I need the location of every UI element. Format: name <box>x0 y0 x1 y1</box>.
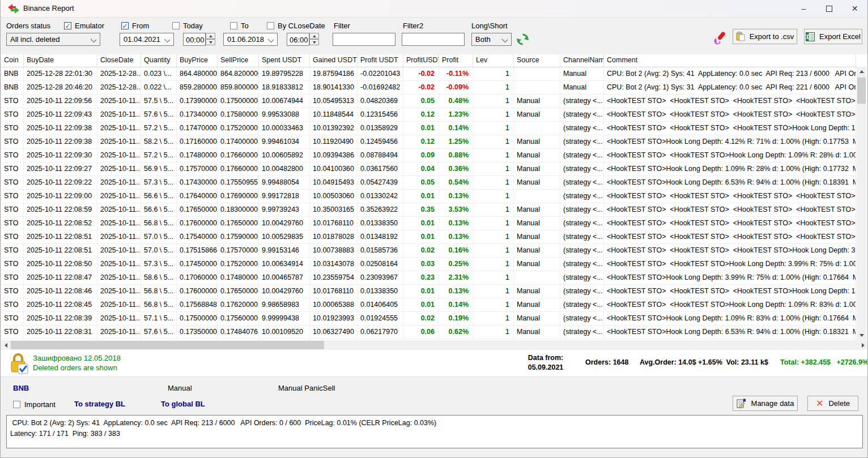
scroll-right-icon[interactable] <box>858 340 868 350</box>
important-checkbox[interactable] <box>13 401 20 408</box>
column-header[interactable]: Comment <box>604 54 856 67</box>
tools-icon[interactable] <box>713 30 729 46</box>
vertical-scroll-thumb[interactable] <box>857 78 866 104</box>
table-row[interactable]: BNB2025-12-28 22:01:302025-12-28...0.023… <box>1 67 856 81</box>
scroll-down-icon[interactable] <box>857 331 866 340</box>
column-header[interactable]: BuyPrice <box>177 54 218 67</box>
orders-count: Orders: 1648 <box>585 358 628 366</box>
cell-comment: <HookTEST STO> <HookTEST STO> <HookTEST … <box>604 203 856 216</box>
column-header[interactable]: Source <box>514 54 560 67</box>
table-row[interactable]: STO2025-10-11 22:09:302025-10-11...57.2 … <box>1 149 856 162</box>
column-header[interactable]: ChannelName <box>560 54 604 67</box>
maximize-button[interactable] <box>816 0 842 17</box>
from-time-input[interactable]: 00:00 <box>183 33 206 46</box>
refresh-icon[interactable] <box>517 33 529 45</box>
column-header[interactable]: Spent USDT <box>259 54 310 67</box>
table-row[interactable]: STO2025-10-11 22:08:472025-10-11...58.6 … <box>1 271 856 285</box>
cell-source: Manual <box>514 176 560 189</box>
horizontal-scroll-thumb[interactable] <box>11 341 324 349</box>
column-header[interactable]: SellPrice <box>218 54 259 67</box>
cell-channel: (strategy <... <box>560 285 604 298</box>
column-header[interactable]: Profit USDT <box>358 54 403 67</box>
cell-buyPrice: 0.17390000 <box>177 95 218 108</box>
column-header[interactable]: Coin <box>1 54 24 67</box>
spin-down-icon[interactable] <box>206 39 215 45</box>
cell-spent: 10.00674944 <box>259 95 310 108</box>
cell-quantity: 56.6 \ 5... <box>141 203 177 216</box>
column-header[interactable]: Quantity <box>141 54 177 67</box>
spin-down-icon[interactable] <box>309 39 319 45</box>
cell-sellPrice: 0.17560000 <box>218 312 259 325</box>
to-checkbox[interactable] <box>230 22 237 29</box>
table-row[interactable]: STO2025-10-11 22:09:272025-10-11...56.9 … <box>1 162 856 176</box>
csv-paste-icon <box>736 32 745 41</box>
cell-gained: 10.11920490 <box>310 135 358 148</box>
cell-channel: (strategy <... <box>560 258 604 271</box>
spin-up-icon[interactable] <box>309 33 319 39</box>
export-csv-button[interactable]: Export to .csv <box>733 29 797 44</box>
column-header[interactable]: Gained USDT <box>310 54 358 67</box>
cell-profitFull: 0.01924555 <box>358 312 403 325</box>
from-checkbox[interactable]: ✓ <box>121 22 129 29</box>
to-global-bl-link[interactable]: To global BL <box>161 400 205 408</box>
table-row[interactable]: STO2025-10-11 22:09:432025-10-11...57.6 … <box>1 108 856 122</box>
cell-profitPct: -0.09% <box>439 81 473 94</box>
by-closedate-checkbox[interactable] <box>267 22 274 29</box>
table-row[interactable]: STO2025-10-11 22:08:592025-10-11...56.6 … <box>1 203 856 217</box>
filter-input[interactable] <box>333 33 395 46</box>
cell-sellPrice: 0.17520000 <box>218 122 259 135</box>
filter2-input[interactable] <box>402 33 465 46</box>
cell-spent: 10.00482800 <box>259 162 310 176</box>
from-date-select[interactable]: 01.04.2021 <box>120 33 174 46</box>
table-row[interactable]: STO2025-10-11 22:08:502025-10-11...57.3 … <box>1 258 856 271</box>
table-row[interactable]: STO2025-10-11 22:08:512025-10-11...57.0 … <box>1 244 856 258</box>
column-header[interactable]: Profit <box>439 54 473 67</box>
to-date-select[interactable]: 01.06.2018 <box>223 33 278 46</box>
today-checkbox[interactable] <box>172 22 180 29</box>
table-row[interactable]: STO2025-10-11 22:08:512025-10-11...57.0 … <box>1 230 856 244</box>
column-header[interactable]: CloseDate <box>97 54 141 67</box>
cell-source <box>514 190 560 203</box>
table-row[interactable]: BNB2025-12-28 20:46:202025-12-28...0.022… <box>1 81 856 95</box>
table-row[interactable]: STO2025-10-11 22:09:222025-10-11...57.3 … <box>1 176 856 190</box>
column-header[interactable]: Lev <box>473 54 514 67</box>
cell-source: Manual <box>514 298 560 311</box>
cell-source: Manual <box>514 244 560 257</box>
status-log-box[interactable]: CPU: Bot 2 (Avg: 2) Sys: 41 AppLatency: … <box>6 415 863 448</box>
to-time-spinner[interactable] <box>309 33 319 46</box>
table-row[interactable]: STO2025-10-11 22:09:382025-10-11...58.2 … <box>1 135 856 149</box>
cell-profitFull: 0.02508164 <box>358 258 403 271</box>
cell-profitUsdt: 0.01 <box>403 298 439 311</box>
column-header[interactable]: ProfitUSDT <box>403 54 439 67</box>
table-row[interactable]: STO2025-10-11 22:09:002025-10-11...56.6 … <box>1 190 856 203</box>
table-row[interactable]: STO2025-10-11 22:08:392025-10-11...57.1 … <box>1 312 856 326</box>
chevron-down-icon <box>502 37 508 42</box>
emulator-checkbox[interactable]: ✓ <box>64 22 71 29</box>
table-row[interactable]: STO2025-10-11 22:09:382025-10-11...57.2 … <box>1 122 856 135</box>
column-header[interactable]: BuyDate <box>24 54 97 67</box>
manage-data-button[interactable]: Manage data <box>733 396 798 411</box>
cell-quantity: 58.6 \ 5... <box>141 271 177 284</box>
table-row[interactable]: STO2025-10-11 22:08:312025-10-11...57.6 … <box>1 326 856 339</box>
spin-up-icon[interactable] <box>206 33 215 39</box>
vertical-scrollbar[interactable] <box>857 67 866 340</box>
from-time-spinner[interactable] <box>206 33 215 46</box>
scroll-left-icon[interactable] <box>1 340 11 350</box>
to-time-input[interactable]: 06:00 <box>287 33 309 46</box>
export-excel-button[interactable]: Export Excel <box>804 29 862 44</box>
cell-gained: 10.04100360 <box>310 162 358 176</box>
table-row[interactable]: STO2025-10-11 22:08:462025-10-11...56.8 … <box>1 285 856 298</box>
close-button[interactable]: ✕ <box>842 0 867 17</box>
orders-status-select[interactable]: All incl. deleted <box>6 33 100 46</box>
to-strategy-bl-link[interactable]: To strategy BL <box>74 400 125 408</box>
cell-comment: <HookTEST STO>Hook Long Depth: 6.53% R: … <box>604 176 856 189</box>
table-row[interactable]: STO2025-10-11 22:08:522025-10-11...56.8 … <box>1 217 856 230</box>
longshort-select[interactable]: Both <box>471 33 512 46</box>
delete-button[interactable]: ✕ Delete <box>807 396 858 411</box>
scroll-up-icon[interactable] <box>857 67 866 76</box>
table-row[interactable]: STO2025-10-11 22:08:452025-10-11...56.8 … <box>1 298 856 312</box>
cell-profitUsdt: 0.02 <box>403 244 439 257</box>
horizontal-scrollbar[interactable] <box>1 340 868 350</box>
minimize-button[interactable]: – <box>791 0 816 17</box>
table-row[interactable]: STO2025-10-11 22:09:562025-10-11...57.5 … <box>1 95 856 108</box>
